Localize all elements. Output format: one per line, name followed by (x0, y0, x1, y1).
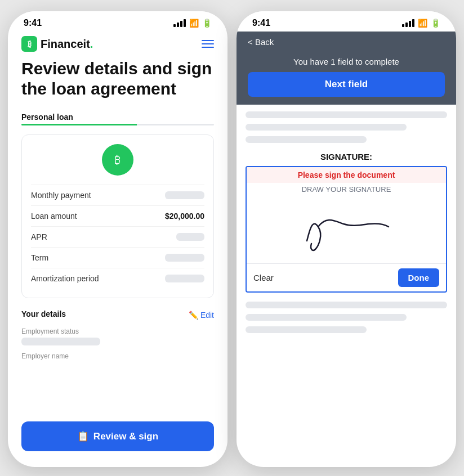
signature-drawing (247, 196, 446, 263)
your-details-label: Your details (21, 309, 66, 318)
done-button[interactable]: Done (398, 268, 440, 287)
loan-row-apr: APR (31, 226, 204, 247)
loan-logo-icon: ₿ (115, 154, 121, 167)
doc-line-1 (246, 111, 447, 118)
signature-draw-hint: DRAW YOUR SIGNATURE (247, 183, 446, 196)
phone-left: 9:41 📶 🔋 ₿ Financeit. Review deta (8, 11, 227, 467)
phone1-content: Review details and sign the loan agreeme… (8, 59, 227, 360)
signature-section: SIGNATURE: Please sign the document DRAW… (246, 152, 447, 293)
doc-line-6 (246, 326, 367, 333)
doc-bottom-skeletons (246, 302, 447, 333)
signature-box[interactable]: Please sign the document DRAW YOUR SIGNA… (246, 166, 447, 293)
wifi-icon: 📶 (189, 19, 199, 28)
section-divider (21, 124, 214, 125)
phone-right: 9:41 📶 🔋 < Back You have 1 field to comp… (237, 11, 456, 467)
signature-warning: Please sign the document (247, 167, 446, 183)
signature-canvas[interactable] (247, 196, 446, 263)
signature-actions: Clear Done (247, 263, 446, 291)
signal-icon (173, 19, 186, 27)
status-time-right: 9:41 (252, 18, 270, 28)
edit-pencil-icon: ✏️ (189, 311, 198, 320)
page-title: Review details and sign the loan agreeme… (21, 59, 214, 99)
menu-button[interactable] (202, 40, 214, 48)
loan-card: ₿ Monthly payment Loan amount $20,000.00… (21, 134, 214, 298)
amount-value: $20,000.00 (165, 212, 204, 221)
doc-line-5 (246, 314, 407, 321)
loan-row-monthly: Monthly payment (31, 185, 204, 205)
app-header: ₿ Financeit. (8, 32, 227, 59)
employment-skeleton (21, 338, 100, 345)
status-bar-left: 9:41 📶 🔋 (8, 11, 227, 32)
wifi-icon-right: 📶 (418, 19, 427, 28)
logo-name: Financeit. (41, 38, 93, 51)
status-icons-left: 📶 🔋 (173, 19, 212, 28)
clear-button[interactable]: Clear (253, 273, 274, 282)
logo: ₿ Financeit. (21, 36, 93, 52)
amort-label: Amortization period (31, 274, 99, 283)
loan-card-icon-wrapper: ₿ (31, 144, 204, 176)
employment-status-field: Employment status (21, 327, 214, 345)
battery-icon: 🔋 (202, 19, 212, 28)
edit-button[interactable]: ✏️ Edit (189, 311, 214, 320)
employer-name-field: Employer name (21, 352, 214, 360)
amount-label: Loan amount (31, 212, 77, 221)
logo-icon: ₿ (21, 36, 37, 52)
status-icons-right: 📶 🔋 (402, 19, 440, 28)
fields-header: You have 1 field to complete Next field (237, 52, 456, 105)
loan-row-amount: Loan amount $20,000.00 (31, 205, 204, 226)
battery-icon-right: 🔋 (431, 19, 440, 28)
review-sign-button[interactable]: 📋 Review & sign (21, 421, 214, 451)
doc-line-2 (246, 124, 407, 131)
section-label: Personal loan (21, 113, 214, 122)
status-time-left: 9:41 (24, 18, 42, 28)
status-bar-right: 9:41 📶 🔋 (237, 11, 456, 32)
apr-label: APR (31, 232, 47, 241)
loan-row-term: Term (31, 247, 204, 268)
term-label: Term (31, 253, 48, 262)
employment-label: Employment status (21, 327, 214, 335)
signature-label: SIGNATURE: (246, 152, 447, 161)
signal-icon-right (402, 19, 414, 27)
employer-label: Employer name (21, 352, 214, 360)
next-field-button[interactable]: Next field (248, 72, 445, 97)
loan-icon-circle: ₿ (102, 144, 133, 176)
back-button[interactable]: < Back (248, 37, 274, 47)
apr-skeleton (176, 233, 204, 241)
document-area: SIGNATURE: Please sign the document DRAW… (237, 105, 456, 448)
amort-skeleton (165, 275, 204, 282)
review-sign-icon: 📋 (77, 430, 89, 442)
monthly-skeleton (165, 191, 204, 199)
details-header: Your details ✏️ Edit (21, 309, 214, 321)
fields-count: You have 1 field to complete (248, 57, 445, 66)
back-bar: < Back (237, 32, 456, 52)
loan-row-amort: Amortization period (31, 268, 204, 289)
doc-line-3 (246, 136, 367, 143)
monthly-label: Monthly payment (31, 191, 91, 200)
term-skeleton (165, 254, 204, 262)
doc-line-4 (246, 302, 447, 308)
